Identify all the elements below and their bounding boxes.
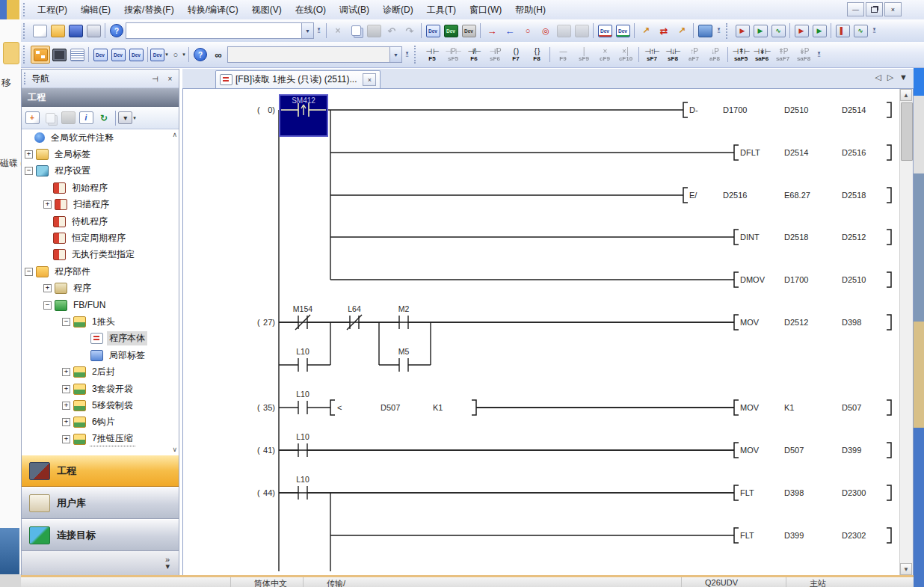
menu-h[interactable]: 帮助(H)	[508, 1, 552, 19]
sort-filter-icon[interactable]: ▾▾	[118, 110, 136, 126]
scroll-up-icon[interactable]: ▲	[900, 89, 912, 101]
tree-item-扫描程序[interactable]: +扫描程序	[22, 197, 179, 213]
parameter-setting-icon[interactable]: ↗	[637, 22, 655, 39]
help-icon[interactable]: ?	[108, 22, 126, 39]
view-toolbar-overflow[interactable]: ▾=	[402, 46, 412, 64]
tree-expander-minus-icon[interactable]: −	[62, 318, 70, 326]
ladder-symbol-sF9-button[interactable]: │sF9	[573, 44, 594, 65]
editor-vertical-scrollbar[interactable]: ▲ ▼	[899, 89, 913, 575]
ladder-symbol-sF7-button[interactable]: ⊣↑⊢sF7	[641, 44, 662, 65]
watch-stop-icon[interactable]: ▶	[810, 22, 828, 39]
ladder-symbol-saF6-button[interactable]: ⊣↡⊢saF6	[751, 44, 772, 65]
monitor-stop-icon[interactable]	[573, 22, 591, 39]
ladder-symbol-aF7-button[interactable]: ↑PaF7	[683, 44, 704, 65]
menu-v[interactable]: 视图(V)	[245, 1, 289, 19]
save-project-icon[interactable]	[67, 22, 84, 39]
tree-item-7推链压缩[interactable]: +7推链压缩	[22, 431, 179, 447]
tab-scroll-right-icon[interactable]: ▷	[887, 73, 893, 82]
tree-item-FB/FUN[interactable]: −FB/FUN	[22, 297, 179, 313]
connection-destination-button[interactable]: 连接目标	[22, 519, 179, 551]
tree-expander-plus-icon[interactable]: +	[62, 385, 70, 393]
tree-expander-plus-icon[interactable]: +	[62, 435, 70, 443]
remote-operation-icon[interactable]: ↗	[673, 22, 691, 39]
paste-icon[interactable]	[365, 22, 383, 39]
help2-icon[interactable]: ?	[191, 46, 209, 63]
scrollbar-thumb[interactable]	[901, 102, 913, 161]
quick-access-combo[interactable]: ▼	[126, 22, 314, 39]
tree-expander-minus-icon[interactable]: −	[25, 268, 33, 276]
quick-access-combo-dropdown-icon[interactable]: ▼	[301, 23, 313, 38]
paste-data-icon[interactable]	[59, 110, 77, 126]
verify-result-icon[interactable]: ◎	[537, 22, 555, 39]
device-display-icon[interactable]: Dev	[596, 22, 614, 39]
device-note-icon[interactable]: Dev	[127, 46, 145, 63]
plc-toolbar-overflow[interactable]: ▾=	[714, 22, 724, 40]
tree-item-程序本体[interactable]: 程序本体	[22, 331, 179, 347]
menu-t[interactable]: 工具(T)	[420, 1, 463, 19]
tree-scroll-up-icon[interactable]: ∧	[172, 131, 177, 138]
ladder-symbol-saF7-button[interactable]: ↟PsaF7	[772, 44, 793, 65]
toolbar-grip[interactable]	[414, 46, 419, 64]
pin-icon[interactable]: ⊤	[149, 73, 161, 84]
find-icon[interactable]: ∞	[209, 46, 227, 63]
toolbar-grip[interactable]	[726, 23, 730, 39]
standard-toolbar-overflow[interactable]: ▾=	[314, 22, 324, 40]
tree-item-全局软元件注释[interactable]: 全局软元件注释	[22, 129, 179, 146]
tree-item-恒定周期程序[interactable]: 恒定周期程序	[22, 230, 179, 246]
ladder-symbol-cF9-button[interactable]: ×cF9	[594, 44, 615, 65]
tree-expander-plus-icon[interactable]: +	[62, 418, 70, 426]
undo-icon[interactable]: ↶	[383, 22, 401, 39]
monitor-mode-icon[interactable]: ▶	[733, 22, 751, 39]
tree-item-1推头[interactable]: −1推头	[22, 313, 179, 330]
panel-grip[interactable]	[24, 73, 28, 85]
tab-scroll-left-icon[interactable]: ◁	[875, 73, 881, 82]
tree-expander-plus-icon[interactable]: +	[62, 402, 70, 410]
ladder-symbol-sF8-button[interactable]: ⊣↓⊢sF8	[662, 44, 683, 65]
menu-f[interactable]: 搜索/替换(F)	[117, 1, 181, 19]
tree-item-全局标签[interactable]: +全局标签	[22, 146, 179, 162]
wave-trace-icon[interactable]: ∿	[851, 22, 869, 39]
project-view-button[interactable]: 工程	[22, 455, 179, 487]
device-monitor-icon[interactable]: Dev	[442, 22, 460, 39]
tree-item-程序部件[interactable]: −程序部件	[22, 263, 179, 280]
menu-b[interactable]: 调试(B)	[333, 1, 376, 19]
tree-item-局部标签[interactable]: 局部标签	[22, 347, 179, 363]
verify-with-plc-icon[interactable]: ○	[519, 22, 537, 39]
toolbar-grip[interactable]	[23, 23, 28, 39]
ladder-symbol-F9-button[interactable]: —F9	[552, 44, 573, 65]
copy-icon[interactable]	[347, 22, 365, 39]
close-button[interactable]: ×	[884, 2, 902, 16]
tree-item-程序[interactable]: +程序	[22, 280, 179, 297]
find-combo-dropdown-icon[interactable]: ▼	[389, 47, 401, 62]
tree-expander-minus-icon[interactable]: −	[25, 167, 33, 175]
watch-start-icon[interactable]: ▶	[792, 22, 810, 39]
ladder-symbol-saF8-button[interactable]: ↡PsaF8	[793, 44, 814, 65]
monitor-toolbar-overflow[interactable]: ▾=	[869, 22, 879, 40]
write-to-plc-icon[interactable]: →	[483, 22, 501, 39]
new-project-icon[interactable]	[31, 22, 49, 39]
tree-expander-minus-icon[interactable]: −	[43, 301, 52, 310]
minimize-button[interactable]: —	[847, 2, 864, 16]
tree-item-初始程序[interactable]: 初始程序	[22, 179, 179, 196]
ladder-symbol-saF5-button[interactable]: ⊣↟⊢saF5	[730, 44, 751, 65]
tree-expander-plus-icon[interactable]: +	[62, 368, 70, 376]
tree-item-2后封[interactable]: +2后封	[22, 363, 179, 380]
navigation-chevron-bar[interactable]: »▾	[22, 551, 179, 575]
ladder-toolbar-overflow[interactable]: ▾=	[814, 46, 824, 64]
ladder-symbol-F5-button[interactable]: ⊣ ⊢F5	[422, 44, 443, 65]
restore-button[interactable]	[866, 2, 883, 16]
user-library-button[interactable]: 用户库	[22, 487, 179, 519]
property-icon[interactable]: i	[77, 110, 95, 126]
tree-item-5移袋制袋[interactable]: +5移袋制袋	[22, 397, 179, 414]
scroll-down-icon[interactable]: ▼	[900, 563, 912, 575]
ladder-symbol-aF8-button[interactable]: ↓PaF8	[704, 44, 725, 65]
device-memory-icon[interactable]: Dev	[460, 22, 478, 39]
ladder-diagram[interactable]: (0)D-D1700D2510D2514DFLTD2514D2516E/D251…	[183, 89, 899, 574]
zoom-icon[interactable]: ○▾	[168, 46, 186, 63]
tree-item-无执行类型指定[interactable]: 无执行类型指定	[22, 247, 179, 263]
panel-close-icon[interactable]: ×	[164, 73, 176, 84]
device-statement-icon[interactable]: Dev	[109, 46, 127, 63]
open-project-icon[interactable]	[49, 22, 67, 39]
tab-list-dropdown-icon[interactable]: ▼	[899, 73, 908, 82]
device-batch-monitor-icon[interactable]: Dev	[614, 22, 632, 39]
